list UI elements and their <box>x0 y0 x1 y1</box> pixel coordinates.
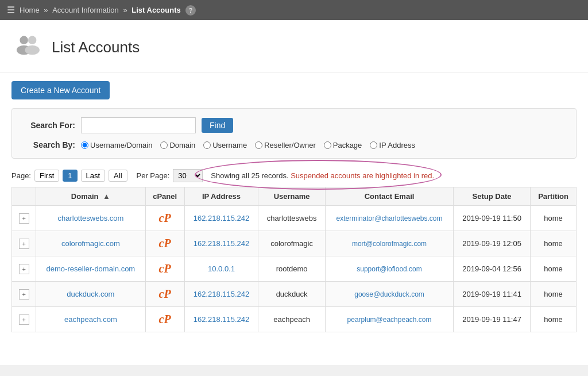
row-username-cell: duckduck <box>258 282 326 307</box>
expand-button[interactable]: + <box>19 289 29 300</box>
col-setup: Setup Date <box>454 187 531 206</box>
records-count: Showing all 25 records. <box>211 171 288 180</box>
suspended-note: Suspended accounts are highlighted in re… <box>291 171 434 180</box>
domain-link[interactable]: duckduck.com <box>67 290 114 298</box>
email-link[interactable]: mort@colorofmagic.com <box>352 240 427 248</box>
partition-value: home <box>544 315 563 324</box>
search-by-ip[interactable]: IP Address <box>370 141 415 149</box>
ip-link[interactable]: 162.218.115.242 <box>194 214 250 222</box>
help-icon[interactable]: ? <box>185 5 196 16</box>
row-ip-cell: 162.218.115.242 <box>184 231 258 256</box>
row-ip-cell: 10.0.0.1 <box>184 256 258 282</box>
search-by-domain[interactable]: Domain <box>160 141 195 149</box>
ip-link[interactable]: 162.218.115.242 <box>194 315 250 324</box>
action-bar: Create a New Account <box>0 72 588 108</box>
search-input[interactable] <box>81 117 196 133</box>
row-email-cell: support@ioflood.com <box>325 256 453 282</box>
records-info: Showing all 25 records. Suspended accoun… <box>206 170 439 181</box>
create-account-button[interactable]: Create a New Account <box>11 81 110 99</box>
pagination-bar: Page: First 1 Last All Per Page: 30 50 1… <box>0 164 588 187</box>
row-email-cell: exterminator@charlotteswebs.com <box>325 206 453 231</box>
cpanel-icon[interactable]: cP <box>159 313 171 325</box>
accounts-table: Domain ▲ cPanel IP Address Username Cont… <box>11 187 577 332</box>
search-section: Search For: Find Search By: Username/Dom… <box>11 108 577 159</box>
username-value: duckduck <box>276 290 308 298</box>
table-row: + eachpeach.com cP 162.218.115.242 eachp… <box>12 307 577 332</box>
row-partition-cell: home <box>531 256 577 282</box>
username-value: colorofmagic <box>270 239 313 248</box>
row-email-cell: mort@colorofmagic.com <box>325 231 453 256</box>
row-username-cell: eachpeach <box>258 307 326 332</box>
row-cpanel-cell: cP <box>145 307 184 332</box>
row-username-cell: rootdemo <box>258 256 326 282</box>
domain-link[interactable]: demo-reseller-domain.com <box>47 264 136 273</box>
search-by-package[interactable]: Package <box>324 141 362 149</box>
search-by-username-domain[interactable]: Username/Domain <box>81 141 152 149</box>
domain-link[interactable]: charlotteswebs.com <box>57 214 123 222</box>
cpanel-icon[interactable]: cP <box>159 212 171 224</box>
col-domain[interactable]: Domain ▲ <box>36 187 145 206</box>
per-page-select[interactable]: 30 50 100 <box>173 169 203 182</box>
username-value: charlotteswebs <box>267 214 317 222</box>
setup-date-value: 2019-09-19 11:50 <box>462 214 521 222</box>
expand-button[interactable]: + <box>19 264 29 274</box>
email-link[interactable]: goose@duckduck.com <box>354 290 424 298</box>
breadcrumb-home[interactable]: Home <box>20 6 40 14</box>
email-link[interactable]: support@ioflood.com <box>357 265 422 273</box>
page-header: List Accounts <box>0 20 588 72</box>
row-ip-cell: 162.218.115.242 <box>184 307 258 332</box>
email-link[interactable]: pearplum@eachpeach.com <box>347 316 432 324</box>
hamburger-icon[interactable]: ☰ <box>7 5 15 16</box>
expand-button[interactable]: + <box>19 213 29 224</box>
table-row: + demo-reseller-domain.com cP 10.0.0.1 r… <box>12 256 577 282</box>
row-expand-cell: + <box>12 282 36 307</box>
search-by-row: Search By: Username/Domain Domain Userna… <box>24 140 564 149</box>
row-partition-cell: home <box>531 307 577 332</box>
page-title: List Accounts <box>52 39 140 56</box>
row-domain-cell: duckduck.com <box>36 282 145 307</box>
row-setup-cell: 2019-09-19 11:47 <box>454 307 531 332</box>
cpanel-icon[interactable]: cP <box>159 262 171 275</box>
partition-value: home <box>544 264 563 273</box>
row-domain-cell: charlotteswebs.com <box>36 206 145 231</box>
table-header: Domain ▲ cPanel IP Address Username Cont… <box>12 187 577 206</box>
search-by-username[interactable]: Username <box>203 141 247 149</box>
ip-link[interactable]: 162.218.115.242 <box>194 290 250 298</box>
row-setup-cell: 2019-09-19 11:50 <box>454 206 531 231</box>
col-cpanel: cPanel <box>145 187 184 206</box>
sort-arrow-domain: ▲ <box>103 192 110 201</box>
row-email-cell: pearplum@eachpeach.com <box>325 307 453 332</box>
col-ip: IP Address <box>184 187 258 206</box>
row-domain-cell: demo-reseller-domain.com <box>36 256 145 282</box>
first-page-button[interactable]: First <box>34 170 59 182</box>
cpanel-icon[interactable]: cP <box>159 237 171 250</box>
expand-button[interactable]: + <box>19 314 29 325</box>
ip-link[interactable]: 10.0.0.1 <box>208 264 235 273</box>
email-link[interactable]: exterminator@charlotteswebs.com <box>336 214 443 222</box>
page-num-button[interactable]: 1 <box>63 170 77 182</box>
cpanel-icon[interactable]: cP <box>159 287 171 300</box>
page-label: Page: <box>11 171 31 180</box>
all-pages-button[interactable]: All <box>109 170 127 182</box>
search-by-label: Search By: <box>24 140 75 149</box>
find-button[interactable]: Find <box>202 118 233 133</box>
svg-point-0 <box>20 36 28 44</box>
ip-link[interactable]: 162.218.115.242 <box>194 239 250 248</box>
page-icon <box>11 32 43 63</box>
col-expand <box>12 187 36 206</box>
main-content: List Accounts Create a New Account Searc… <box>0 20 588 365</box>
row-cpanel-cell: cP <box>145 231 184 256</box>
username-value: eachpeach <box>273 315 310 324</box>
per-page-label: Per Page: <box>137 171 170 180</box>
search-by-reseller[interactable]: Reseller/Owner <box>255 141 316 149</box>
col-email: Contact Email <box>325 187 453 206</box>
breadcrumb-account-info[interactable]: Account Information <box>52 6 119 14</box>
row-domain-cell: eachpeach.com <box>36 307 145 332</box>
expand-button[interactable]: + <box>19 239 29 249</box>
domain-link[interactable]: eachpeach.com <box>64 315 117 324</box>
last-page-button[interactable]: Last <box>81 170 106 182</box>
setup-date-value: 2019-09-19 11:41 <box>462 290 521 298</box>
row-partition-cell: home <box>531 282 577 307</box>
svg-point-3 <box>25 45 39 54</box>
domain-link[interactable]: colorofmagic.com <box>61 239 120 248</box>
